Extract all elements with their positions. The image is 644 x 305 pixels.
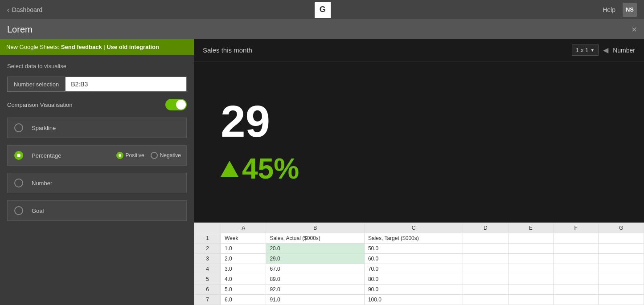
send-feedback-link[interactable]: Send feedback <box>61 44 102 50</box>
table-cell[interactable] <box>463 233 508 244</box>
table-cell[interactable] <box>554 295 599 305</box>
sparkline-radio[interactable] <box>8 118 30 138</box>
number-label: Number <box>30 180 186 187</box>
table-cell[interactable]: Sales, Actual ($000s) <box>266 233 364 244</box>
table-cell[interactable]: Sales, Target ($000s) <box>364 233 463 244</box>
positive-option[interactable]: Positive <box>116 152 144 159</box>
table-cell[interactable] <box>554 285 599 295</box>
col-header-d: D <box>463 223 508 233</box>
table-cell[interactable] <box>463 254 508 264</box>
option-percentage[interactable]: Percentage Positive Negative <box>7 145 187 166</box>
table-cell[interactable] <box>599 244 644 254</box>
table-cell[interactable]: 3.0 <box>221 264 266 274</box>
number-selection-input[interactable] <box>66 77 186 91</box>
table-cell[interactable] <box>508 274 553 285</box>
table-cell[interactable]: 100.0 <box>364 295 463 305</box>
table-cell-highlighted[interactable]: 29.0 <box>266 254 364 264</box>
table-cell[interactable]: 5.0 <box>221 285 266 295</box>
table-cell[interactable]: 2.0 <box>221 254 266 264</box>
dashboard-link[interactable]: ‹ Dashboard <box>7 6 42 13</box>
table-cell[interactable] <box>554 274 599 285</box>
number-radio[interactable] <box>8 173 30 193</box>
close-button[interactable]: × <box>632 24 637 35</box>
table-cell[interactable] <box>554 254 599 264</box>
table-cell[interactable] <box>508 254 553 264</box>
comparison-toggle[interactable] <box>165 99 187 110</box>
table-cell[interactable]: 70.0 <box>364 264 463 274</box>
option-goal[interactable]: Goal <box>7 200 187 221</box>
table-cell[interactable] <box>508 295 553 305</box>
help-link[interactable]: Help <box>603 6 615 13</box>
table-cell[interactable]: 6.0 <box>221 295 266 305</box>
table-cell[interactable] <box>554 264 599 274</box>
table-row: 4 3.0 67.0 70.0 <box>194 264 644 274</box>
number-radio-outer <box>14 179 23 187</box>
table-cell-highlighted[interactable]: 20.0 <box>266 244 364 254</box>
table-cell[interactable]: 67.0 <box>266 264 364 274</box>
chevron-left-icon: ‹ <box>7 6 9 13</box>
banner-prefix: New Google Sheets: <box>6 44 61 50</box>
row-num: 4 <box>194 264 221 274</box>
page-title: Lorem <box>7 24 33 35</box>
table-cell[interactable] <box>463 295 508 305</box>
positive-radio-inner <box>119 154 121 157</box>
old-integration-link[interactable]: Use old integration <box>107 44 159 50</box>
page-title-bar: Lorem × <box>0 20 644 39</box>
table-cell[interactable]: 90.0 <box>364 285 463 295</box>
table-cell[interactable]: 50.0 <box>364 244 463 254</box>
goal-radio[interactable] <box>8 201 30 220</box>
dropdown-icon: ▼ <box>590 48 595 53</box>
table-cell[interactable]: 60.0 <box>364 254 463 264</box>
comparison-visualisation-row: Comparison Visualisation <box>7 99 187 110</box>
banner-separator: | <box>102 44 107 50</box>
table-row: 2 1.0 20.0 50.0 <box>194 244 644 254</box>
col-header-a: A <box>221 223 266 233</box>
table-cell[interactable] <box>599 274 644 285</box>
table-cell[interactable]: 4.0 <box>221 274 266 285</box>
goal-radio-outer <box>14 206 23 215</box>
table-cell[interactable] <box>599 285 644 295</box>
percentage-value: 45% <box>242 152 299 185</box>
table-cell[interactable] <box>599 254 644 264</box>
table-cell[interactable] <box>599 264 644 274</box>
size-value: 1 x 1 <box>576 47 588 53</box>
table-cell[interactable] <box>463 274 508 285</box>
percentage-sub-options: Positive Negative <box>116 152 186 159</box>
big-number: 29 <box>221 99 270 143</box>
arrow-left-icon[interactable]: ◀ <box>603 46 608 54</box>
dashboard-label: Dashboard <box>12 6 43 13</box>
positive-radio <box>116 152 123 159</box>
table-cell[interactable]: 1.0 <box>221 244 266 254</box>
table-cell[interactable]: 89.0 <box>266 274 364 285</box>
table-cell[interactable] <box>508 244 553 254</box>
main-layout: New Google Sheets: Send feedback | Use o… <box>0 39 644 305</box>
option-sparkline[interactable]: Sparkline <box>7 118 187 138</box>
table-cell[interactable]: 80.0 <box>364 274 463 285</box>
percentage-radio-outer <box>14 151 23 160</box>
percentage-radio[interactable] <box>8 146 30 165</box>
table-cell[interactable]: 92.0 <box>266 285 364 295</box>
right-header-controls: 1 x 1 ▼ ◀ Number <box>572 45 635 56</box>
option-number[interactable]: Number <box>7 173 187 193</box>
viz-area: 29 45% <box>194 61 644 222</box>
table-cell[interactable]: 91.0 <box>266 295 364 305</box>
positive-label: Positive <box>126 152 144 159</box>
google-sheets-banner: New Google Sheets: Send feedback | Use o… <box>0 39 194 55</box>
table-cell[interactable] <box>554 244 599 254</box>
number-selection-label: Number selection <box>8 77 66 91</box>
table-cell[interactable] <box>554 233 599 244</box>
table-cell[interactable] <box>463 244 508 254</box>
table-cell[interactable] <box>463 264 508 274</box>
table-cell[interactable] <box>508 233 553 244</box>
negative-option[interactable]: Negative <box>151 152 181 159</box>
table-row: 6 5.0 92.0 90.0 <box>194 285 644 295</box>
table-cell[interactable]: Week <box>221 233 266 244</box>
size-selector[interactable]: 1 x 1 ▼ <box>572 45 599 56</box>
col-header-b: B <box>266 223 364 233</box>
table-row: 3 2.0 29.0 60.0 <box>194 254 644 264</box>
table-cell[interactable] <box>599 233 644 244</box>
table-cell[interactable] <box>599 295 644 305</box>
table-cell[interactable] <box>508 264 553 274</box>
table-cell[interactable] <box>463 285 508 295</box>
table-cell[interactable] <box>508 285 553 295</box>
